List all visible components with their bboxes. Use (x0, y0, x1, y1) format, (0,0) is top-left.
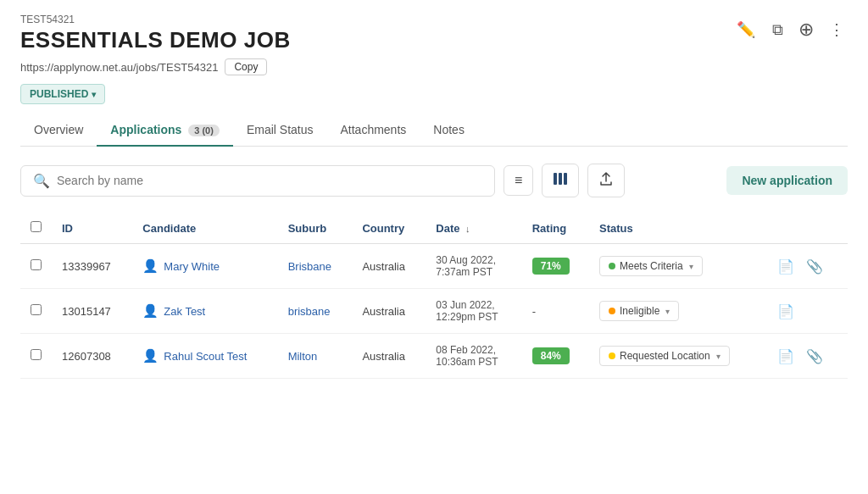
row-checkbox-cell (20, 244, 52, 289)
row-rating: 71% (522, 244, 589, 289)
attachment-icon[interactable]: 📎 (804, 346, 826, 367)
svg-rect-2 (564, 173, 567, 185)
tab-applications[interactable]: Applications 3 (0) (97, 114, 233, 147)
tab-notes[interactable]: Notes (420, 114, 478, 147)
col-header-date[interactable]: Date ↓ (426, 213, 521, 244)
col-header-country: Country (352, 213, 426, 244)
row-checkbox[interactable] (31, 259, 42, 270)
chevron-down-icon: ▾ (689, 262, 693, 271)
col-header-suburb: Suburb (278, 213, 353, 244)
candidate-name[interactable]: Zak Test (164, 305, 205, 318)
tab-overview[interactable]: Overview (20, 114, 97, 147)
row-actions: 📄📎 (765, 334, 848, 379)
candidate-icon: 👤 (142, 348, 159, 364)
suburb-link[interactable]: Brisbane (288, 260, 331, 273)
candidate-icon: 👤 (142, 258, 159, 274)
edit-button[interactable]: ✏️ (733, 17, 759, 42)
chevron-down-icon: ▾ (665, 307, 670, 316)
search-box: 🔍 (20, 165, 495, 197)
document-icon[interactable]: 📄 (775, 256, 797, 277)
copy-url-button[interactable]: Copy (225, 58, 267, 75)
row-date: 08 Feb 2022,10:36am PST (426, 334, 521, 379)
candidate-name[interactable]: Rahul Scout Test (164, 350, 247, 363)
col-header-rating: Rating (522, 213, 589, 244)
columns-button[interactable] (542, 164, 579, 197)
job-title: ESSENTIALS DEMO JOB (20, 27, 848, 53)
row-suburb: Milton (278, 334, 353, 379)
job-url-text: https://applynow.net.au/jobs/TEST54321 (20, 61, 218, 74)
row-id: 13339967 (52, 244, 132, 289)
row-suburb: brisbane (278, 289, 353, 334)
chevron-down-icon: ▾ (716, 352, 721, 361)
table-row: 12607308👤Rahul Scout TestMiltonAustralia… (20, 334, 848, 379)
share-button[interactable] (587, 164, 625, 197)
tab-attachments[interactable]: Attachments (326, 114, 420, 147)
row-country: Australia (352, 289, 426, 334)
row-checkbox[interactable] (31, 304, 42, 315)
row-rating: - (522, 289, 589, 334)
table-header-row: ID Candidate Suburb Country Date ↓ Ratin… (20, 213, 848, 244)
suburb-link[interactable]: Milton (288, 350, 318, 363)
status-dot-icon (609, 263, 615, 269)
row-status: Meets Criteria▾ (589, 244, 765, 289)
row-checkbox[interactable] (31, 349, 42, 360)
status-label: Meets Criteria (620, 260, 683, 272)
row-suburb: Brisbane (278, 244, 353, 289)
candidate-icon: 👤 (142, 303, 159, 319)
published-label: PUBLISHED (30, 88, 88, 100)
row-checkbox-cell (20, 334, 52, 379)
header-section: TEST54321 ESSENTIALS DEMO JOB https://ap… (20, 14, 848, 104)
row-date: 30 Aug 2022,7:37am PST (426, 244, 521, 289)
row-status: Requested Location▾ (589, 334, 765, 379)
status-badge[interactable]: Meets Criteria▾ (599, 256, 703, 276)
published-badge[interactable]: PUBLISHED ▾ (20, 84, 105, 104)
rating-badge: 84% (532, 347, 570, 364)
job-url-row: https://applynow.net.au/jobs/TEST54321 C… (20, 58, 848, 75)
row-actions: 📄 (765, 289, 848, 334)
row-actions: 📄📎 (765, 244, 848, 289)
row-candidate: 👤Zak Test (132, 289, 277, 334)
table-row: 13015147👤Zak TestbrisbaneAustralia03 Jun… (20, 289, 848, 334)
header-actions: ✏️ ⧉ ⊕ ⋮ (733, 17, 848, 42)
row-country: Australia (352, 334, 426, 379)
chevron-down-icon: ▾ (92, 90, 96, 99)
status-badge[interactable]: Requested Location▾ (599, 346, 730, 366)
row-id: 13015147 (52, 289, 132, 334)
applications-table: ID Candidate Suburb Country Date ↓ Ratin… (20, 213, 848, 379)
attachment-icon[interactable]: 📎 (804, 256, 826, 277)
sort-arrow-icon: ↓ (465, 224, 470, 234)
row-status: Ineligible▾ (589, 289, 765, 334)
more-button[interactable]: ⋮ (826, 17, 848, 42)
select-all-header (20, 213, 52, 244)
status-dot-icon (609, 308, 615, 314)
candidate-name[interactable]: Mary White (164, 260, 220, 273)
col-header-status: Status (589, 213, 765, 244)
row-candidate: 👤Rahul Scout Test (132, 334, 277, 379)
row-checkbox-cell (20, 289, 52, 334)
row-rating: 84% (522, 334, 589, 379)
col-header-actions (765, 213, 848, 244)
table-row: 13339967👤Mary WhiteBrisbaneAustralia30 A… (20, 244, 848, 289)
rating-badge: 71% (532, 258, 570, 275)
document-icon[interactable]: 📄 (775, 346, 797, 367)
add-button[interactable]: ⊕ (797, 17, 815, 42)
col-header-id: ID (52, 213, 132, 244)
search-icon: 🔍 (33, 173, 50, 189)
tab-email-status[interactable]: Email Status (233, 114, 327, 147)
svg-rect-0 (554, 173, 557, 185)
row-country: Australia (352, 244, 426, 289)
copy-button[interactable]: ⧉ (769, 18, 787, 42)
svg-rect-1 (559, 173, 562, 185)
select-all-checkbox[interactable] (31, 221, 42, 232)
toolbar: 🔍 ≡ New application (20, 164, 848, 197)
col-header-candidate: Candidate (132, 213, 277, 244)
suburb-link[interactable]: brisbane (288, 305, 331, 318)
status-dot-icon (609, 352, 615, 359)
new-application-button[interactable]: New application (726, 166, 848, 195)
filter-button[interactable]: ≡ (504, 165, 533, 196)
document-icon[interactable]: 📄 (775, 301, 797, 322)
search-input[interactable] (57, 174, 482, 187)
status-label: Ineligible (620, 305, 659, 317)
row-date: 03 Jun 2022,12:29pm PST (426, 289, 521, 334)
status-badge[interactable]: Ineligible▾ (599, 301, 679, 321)
